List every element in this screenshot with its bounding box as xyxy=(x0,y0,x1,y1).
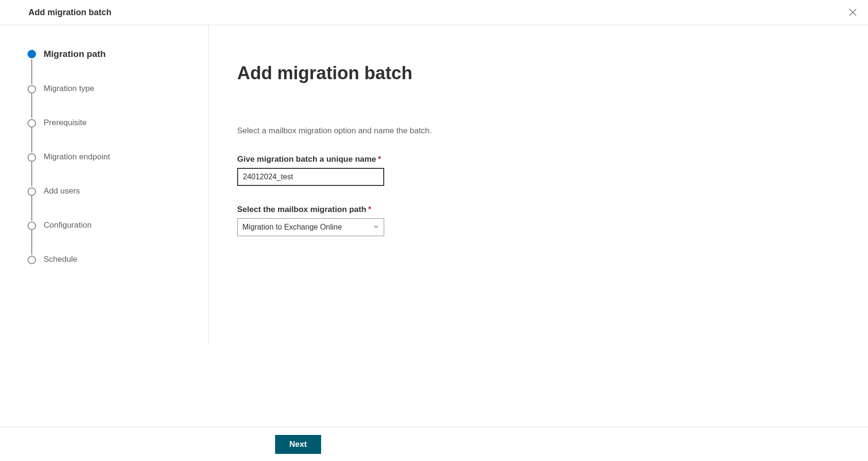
step-label: Prerequisite xyxy=(44,118,87,128)
dialog-body: Migration path Migration type Prerequisi… xyxy=(0,25,868,343)
step-migration-path[interactable]: Migration path xyxy=(28,49,208,59)
step-connector xyxy=(31,230,32,255)
step-migration-endpoint[interactable]: Migration endpoint xyxy=(28,152,208,162)
step-indicator-icon xyxy=(28,256,36,264)
step-label: Migration endpoint xyxy=(44,152,110,162)
close-icon xyxy=(849,8,857,17)
dialog-footer: Next xyxy=(0,427,868,461)
step-prerequisite[interactable]: Prerequisite xyxy=(28,118,208,128)
close-button[interactable] xyxy=(847,7,859,18)
select-value: Migration to Exchange Online xyxy=(242,223,342,231)
migration-path-select-wrapper: Migration to Exchange Online xyxy=(237,218,384,236)
form-group-batch-name: Give migration batch a unique name* xyxy=(237,155,868,186)
step-connector xyxy=(31,196,32,221)
dialog-title: Add migration batch xyxy=(28,8,111,18)
main-content: Add migration batch Select a mailbox mig… xyxy=(209,25,868,343)
batch-name-label: Give migration batch a unique name* xyxy=(237,155,868,164)
required-indicator: * xyxy=(378,155,381,164)
step-connector xyxy=(31,162,32,186)
step-indicator-icon xyxy=(28,221,36,230)
step-configuration[interactable]: Configuration xyxy=(28,221,208,230)
step-label: Add users xyxy=(44,186,80,196)
batch-name-input[interactable] xyxy=(237,168,384,186)
step-indicator-icon xyxy=(28,187,36,196)
step-indicator-icon xyxy=(28,50,36,58)
form-group-migration-path: Select the mailbox migration path* Migra… xyxy=(237,205,868,236)
wizard-sidebar: Migration path Migration type Prerequisi… xyxy=(0,25,209,343)
page-description: Select a mailbox migration option and na… xyxy=(237,126,868,136)
step-label: Migration path xyxy=(44,49,106,59)
step-label: Schedule xyxy=(44,255,77,264)
step-label: Migration type xyxy=(44,84,94,93)
wizard-steps: Migration path Migration type Prerequisi… xyxy=(28,49,208,264)
migration-path-label: Select the mailbox migration path* xyxy=(237,205,868,214)
step-add-users[interactable]: Add users xyxy=(28,186,208,196)
step-connector xyxy=(31,128,32,152)
step-indicator-icon xyxy=(28,153,36,162)
migration-path-select[interactable]: Migration to Exchange Online xyxy=(237,218,384,236)
step-label: Configuration xyxy=(44,221,92,230)
step-connector xyxy=(31,59,32,84)
step-indicator-icon xyxy=(28,119,36,128)
step-connector xyxy=(31,93,32,118)
step-migration-type[interactable]: Migration type xyxy=(28,84,208,93)
required-indicator: * xyxy=(368,205,371,214)
dialog-header: Add migration batch xyxy=(0,0,868,25)
chevron-down-icon xyxy=(373,223,379,231)
step-schedule[interactable]: Schedule xyxy=(28,255,208,264)
step-indicator-icon xyxy=(28,85,36,93)
page-title: Add migration batch xyxy=(237,63,868,83)
next-button[interactable]: Next xyxy=(275,435,321,454)
